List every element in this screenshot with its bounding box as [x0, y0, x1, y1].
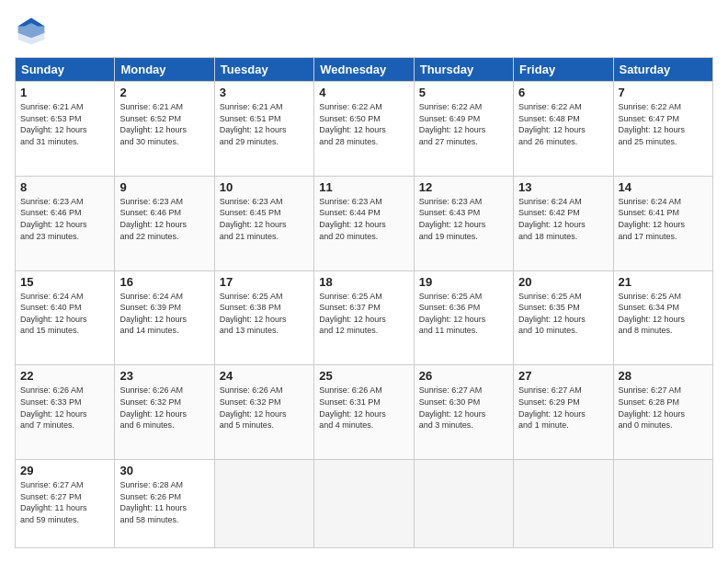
cell-info: Sunrise: 6:25 AMSunset: 6:35 PMDaylight:… [518, 291, 608, 337]
cell-info: Sunrise: 6:25 AMSunset: 6:36 PMDaylight:… [419, 291, 508, 337]
calendar-cell [613, 460, 712, 548]
day-number: 27 [518, 369, 608, 383]
weekday-header: Tuesday [214, 58, 313, 82]
day-number: 14 [619, 180, 708, 194]
day-number: 10 [220, 180, 309, 194]
calendar-cell: 11Sunrise: 6:23 AMSunset: 6:44 PMDayligh… [314, 176, 414, 270]
cell-info: Sunrise: 6:23 AMSunset: 6:45 PMDaylight:… [220, 196, 309, 242]
cell-info: Sunrise: 6:24 AMSunset: 6:42 PMDaylight:… [518, 196, 608, 242]
cell-info: Sunrise: 6:22 AMSunset: 6:48 PMDaylight:… [518, 101, 608, 147]
cell-info: Sunrise: 6:22 AMSunset: 6:47 PMDaylight:… [619, 101, 708, 147]
cell-info: Sunrise: 6:25 AMSunset: 6:34 PMDaylight:… [619, 291, 708, 337]
cell-info: Sunrise: 6:27 AMSunset: 6:29 PMDaylight:… [518, 385, 608, 431]
day-number: 9 [119, 180, 209, 194]
calendar-cell: 5Sunrise: 6:22 AMSunset: 6:49 PMDaylight… [414, 82, 513, 177]
cell-info: Sunrise: 6:21 AMSunset: 6:52 PMDaylight:… [119, 101, 209, 147]
calendar-cell: 2Sunrise: 6:21 AMSunset: 6:52 PMDaylight… [115, 82, 214, 177]
calendar-cell: 7Sunrise: 6:22 AMSunset: 6:47 PMDaylight… [613, 82, 712, 177]
cell-info: Sunrise: 6:22 AMSunset: 6:50 PMDaylight:… [319, 101, 408, 147]
day-number: 22 [20, 369, 109, 383]
calendar-cell [514, 460, 613, 548]
cell-info: Sunrise: 6:27 AMSunset: 6:27 PMDaylight:… [20, 479, 109, 525]
day-number: 17 [220, 275, 309, 289]
day-number: 30 [119, 464, 209, 477]
day-number: 8 [20, 180, 109, 194]
calendar-week-row: 29Sunrise: 6:27 AMSunset: 6:27 PMDayligh… [16, 460, 713, 548]
cell-info: Sunrise: 6:27 AMSunset: 6:28 PMDaylight:… [619, 385, 708, 431]
calendar-cell: 22Sunrise: 6:26 AMSunset: 6:33 PMDayligh… [16, 365, 115, 460]
day-number: 19 [419, 275, 508, 289]
day-number: 6 [518, 86, 608, 99]
weekday-header: Monday [115, 58, 214, 82]
calendar-cell: 15Sunrise: 6:24 AMSunset: 6:40 PMDayligh… [16, 270, 115, 365]
calendar-cell: 18Sunrise: 6:25 AMSunset: 6:37 PMDayligh… [314, 270, 414, 365]
weekday-header: Sunday [16, 58, 115, 82]
day-number: 21 [619, 275, 708, 289]
calendar-cell [214, 460, 313, 548]
calendar-cell: 27Sunrise: 6:27 AMSunset: 6:29 PMDayligh… [514, 365, 613, 460]
calendar-cell: 13Sunrise: 6:24 AMSunset: 6:42 PMDayligh… [514, 176, 613, 270]
calendar-cell: 29Sunrise: 6:27 AMSunset: 6:27 PMDayligh… [16, 460, 115, 548]
cell-info: Sunrise: 6:24 AMSunset: 6:39 PMDaylight:… [119, 291, 209, 337]
cell-info: Sunrise: 6:23 AMSunset: 6:46 PMDaylight:… [119, 196, 209, 242]
calendar-cell: 28Sunrise: 6:27 AMSunset: 6:28 PMDayligh… [613, 365, 712, 460]
day-number: 28 [619, 369, 708, 383]
calendar-cell: 21Sunrise: 6:25 AMSunset: 6:34 PMDayligh… [613, 270, 712, 365]
day-number: 16 [119, 275, 209, 289]
cell-info: Sunrise: 6:24 AMSunset: 6:40 PMDaylight:… [20, 291, 109, 337]
calendar-cell [314, 460, 414, 548]
calendar-cell: 4Sunrise: 6:22 AMSunset: 6:50 PMDaylight… [314, 82, 414, 177]
weekday-header: Friday [514, 58, 613, 82]
day-number: 12 [419, 180, 508, 194]
day-number: 15 [20, 275, 109, 289]
cell-info: Sunrise: 6:26 AMSunset: 6:31 PMDaylight:… [319, 385, 408, 431]
cell-info: Sunrise: 6:25 AMSunset: 6:37 PMDaylight:… [319, 291, 408, 337]
calendar-table: SundayMondayTuesdayWednesdayThursdayFrid… [15, 57, 713, 548]
day-number: 1 [20, 86, 109, 99]
cell-info: Sunrise: 6:21 AMSunset: 6:51 PMDaylight:… [220, 101, 309, 147]
cell-info: Sunrise: 6:26 AMSunset: 6:33 PMDaylight:… [20, 385, 109, 431]
weekday-header: Wednesday [314, 58, 414, 82]
header [15, 15, 713, 48]
day-number: 26 [419, 369, 508, 383]
day-number: 25 [319, 369, 408, 383]
calendar-cell: 14Sunrise: 6:24 AMSunset: 6:41 PMDayligh… [613, 176, 712, 270]
day-number: 2 [119, 86, 209, 99]
day-number: 29 [20, 464, 109, 477]
calendar-cell: 20Sunrise: 6:25 AMSunset: 6:35 PMDayligh… [514, 270, 613, 365]
cell-info: Sunrise: 6:23 AMSunset: 6:46 PMDaylight:… [20, 196, 109, 242]
day-number: 24 [220, 369, 309, 383]
cell-info: Sunrise: 6:24 AMSunset: 6:41 PMDaylight:… [619, 196, 708, 242]
weekday-header: Thursday [414, 58, 513, 82]
cell-info: Sunrise: 6:22 AMSunset: 6:49 PMDaylight:… [419, 101, 508, 147]
cell-info: Sunrise: 6:27 AMSunset: 6:30 PMDaylight:… [419, 385, 508, 431]
weekday-header: Saturday [613, 58, 712, 82]
calendar-cell: 1Sunrise: 6:21 AMSunset: 6:53 PMDaylight… [16, 82, 115, 177]
calendar-cell: 17Sunrise: 6:25 AMSunset: 6:38 PMDayligh… [214, 270, 313, 365]
calendar-cell: 26Sunrise: 6:27 AMSunset: 6:30 PMDayligh… [414, 365, 513, 460]
day-number: 7 [619, 86, 708, 99]
cell-info: Sunrise: 6:25 AMSunset: 6:38 PMDaylight:… [220, 291, 309, 337]
calendar-cell: 3Sunrise: 6:21 AMSunset: 6:51 PMDaylight… [214, 82, 313, 177]
day-number: 11 [319, 180, 408, 194]
cell-info: Sunrise: 6:23 AMSunset: 6:43 PMDaylight:… [419, 196, 508, 242]
logo-icon [15, 15, 48, 48]
calendar-cell: 6Sunrise: 6:22 AMSunset: 6:48 PMDaylight… [514, 82, 613, 177]
calendar-week-row: 1Sunrise: 6:21 AMSunset: 6:53 PMDaylight… [16, 82, 713, 177]
day-number: 20 [518, 275, 608, 289]
calendar-cell: 10Sunrise: 6:23 AMSunset: 6:45 PMDayligh… [214, 176, 313, 270]
calendar-cell: 16Sunrise: 6:24 AMSunset: 6:39 PMDayligh… [115, 270, 214, 365]
calendar-cell: 25Sunrise: 6:26 AMSunset: 6:31 PMDayligh… [314, 365, 414, 460]
day-number: 23 [119, 369, 209, 383]
calendar-week-row: 8Sunrise: 6:23 AMSunset: 6:46 PMDaylight… [16, 176, 713, 270]
day-number: 13 [518, 180, 608, 194]
calendar-cell: 30Sunrise: 6:28 AMSunset: 6:26 PMDayligh… [115, 460, 214, 548]
logo [15, 15, 51, 48]
calendar-cell: 23Sunrise: 6:26 AMSunset: 6:32 PMDayligh… [115, 365, 214, 460]
calendar-cell [414, 460, 513, 548]
day-number: 3 [220, 86, 309, 99]
calendar-cell: 19Sunrise: 6:25 AMSunset: 6:36 PMDayligh… [414, 270, 513, 365]
calendar-week-row: 22Sunrise: 6:26 AMSunset: 6:33 PMDayligh… [16, 365, 713, 460]
cell-info: Sunrise: 6:23 AMSunset: 6:44 PMDaylight:… [319, 196, 408, 242]
calendar-week-row: 15Sunrise: 6:24 AMSunset: 6:40 PMDayligh… [16, 270, 713, 365]
